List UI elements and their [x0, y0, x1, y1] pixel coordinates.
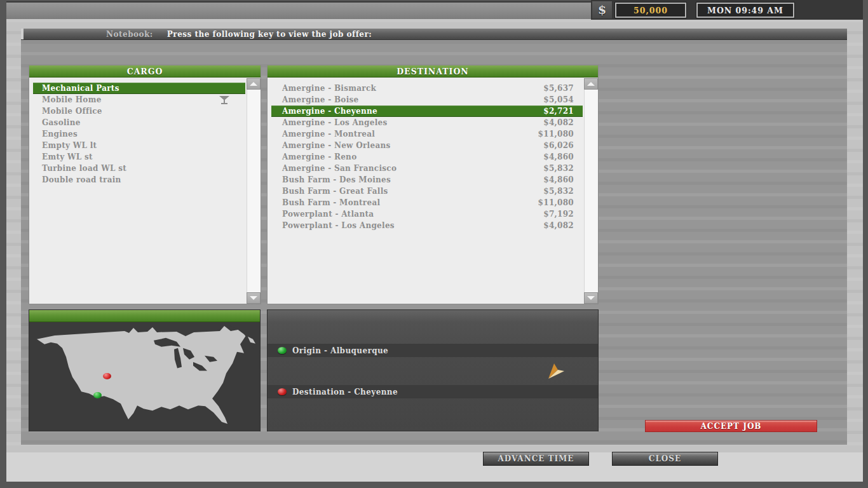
destination-row: Destination - Cheyenne [268, 385, 598, 398]
destination-item-price: $4,860 [543, 152, 583, 161]
usa-map-image [29, 323, 260, 431]
destination-item-label: Amergine - San Francisco [271, 164, 397, 173]
cargo-item-row[interactable]: Mobile Office [33, 105, 245, 117]
cargo-item-label: Turbine load WL st [33, 164, 126, 173]
top-status-bar [6, 1, 591, 19]
cargo-list: Mechanical PartsMobile HomeMobile Office… [29, 78, 247, 304]
notebook-label: Notebook: [106, 30, 153, 39]
cargo-item-row[interactable]: Mobile Home [33, 94, 245, 105]
destination-item-label: Powerplant - Atlanta [271, 210, 374, 219]
destination-item-price: $11,080 [538, 198, 583, 207]
cargo-item-row[interactable]: Empty WL lt [33, 140, 245, 151]
cargo-item-row[interactable]: Engines [33, 128, 245, 140]
cargo-item-label: Gasoline [33, 118, 81, 127]
scroll-down-icon[interactable] [247, 292, 261, 304]
cargo-panel: CARGO Mechanical PartsMobile HomeMobile … [29, 65, 261, 304]
origin-row: Origin - Albuquerque [268, 344, 598, 357]
destination-panel-title: DESTINATION [268, 65, 598, 78]
destination-item-price: $4,082 [543, 118, 583, 127]
cargo-scrollbar[interactable] [247, 78, 261, 304]
destination-item-label: Powerplant - Los Angeles [271, 221, 395, 230]
money-display: 50,000 [615, 3, 686, 18]
destination-list: Amergine - Bismarck$5,637Amergine - Bois… [268, 78, 584, 304]
money-value: 50,000 [616, 4, 685, 17]
notebook-message: Press the following key to view the job … [167, 30, 372, 39]
destination-item-row[interactable]: Amergine - Los Angeles$4,082 [271, 117, 583, 128]
destination-item-price: $11,080 [538, 130, 583, 139]
destination-item-row[interactable]: Amergine - Montreal$11,080 [271, 128, 583, 140]
destination-item-label: Amergine - Boise [271, 95, 359, 104]
cargo-item-row[interactable]: Double road train [33, 174, 245, 186]
job-offer-screen: $ 50,000 MON 09:49 AM Notebook: Press th… [0, 0, 868, 488]
cargo-item-label: Mobile Office [33, 107, 102, 116]
destination-item-label: Amergine - Montreal [271, 130, 375, 139]
destination-item-label: Amergine - Reno [271, 152, 356, 161]
cargo-item-label: Double road train [33, 175, 121, 184]
dollar-icon: $ [592, 1, 612, 18]
destination-item-price: $5,054 [543, 95, 583, 104]
map-origin-marker [93, 392, 102, 398]
bottom-bar [6, 452, 863, 482]
destination-item-price: $5,832 [543, 187, 583, 196]
dialog-area: Notebook: Press the following key to vie… [21, 29, 847, 445]
destination-item-label: Amergine - Bismarck [271, 84, 376, 93]
destination-item-row[interactable]: Amergine - Bismarck$5,637 [271, 83, 583, 94]
cargo-item-row[interactable]: Turbine load WL st [33, 163, 245, 174]
cargo-item-row[interactable]: Emty WL st [33, 151, 245, 163]
destination-item-label: Amergine - Los Angeles [271, 118, 388, 127]
destination-led-icon [278, 388, 287, 395]
destination-item-row[interactable]: Amergine - Reno$4,860 [271, 151, 583, 163]
map-panel-header [29, 310, 260, 322]
destination-item-price: $5,832 [543, 164, 583, 173]
advance-time-button[interactable]: ADVANCE TIME [483, 452, 589, 466]
destination-item-row[interactable]: Amergine - San Francisco$5,832 [271, 163, 583, 174]
cargo-item-row[interactable]: Gasoline [33, 117, 245, 128]
destination-item-price: $6,026 [543, 141, 583, 150]
scroll-down-icon[interactable] [584, 292, 598, 304]
destination-item-price: $2,721 [543, 107, 583, 116]
destination-item-row[interactable]: Powerplant - Los Angeles$4,082 [271, 220, 583, 231]
cargo-item-row[interactable]: Mechanical Parts [33, 83, 245, 94]
destination-item-label: Bush Farm - Great Falls [271, 187, 388, 196]
destination-item-label: Amergine - New Orleans [271, 141, 391, 150]
destination-scrollbar[interactable] [584, 78, 598, 304]
cargo-item-label: Emty WL st [33, 152, 93, 161]
mouse-cursor [547, 363, 564, 382]
destination-item-price: $4,082 [543, 221, 583, 230]
destination-item-price: $7,192 [543, 210, 583, 219]
screen-bottom-edge [0, 482, 868, 488]
cargo-item-label: Engines [33, 130, 78, 139]
destination-item-row[interactable]: Amergine - New Orleans$6,026 [271, 140, 583, 151]
datetime-display: MON 09:49 AM [696, 3, 794, 18]
close-button[interactable]: CLOSE [612, 452, 718, 466]
destination-panel: DESTINATION Amergine - Bismarck$5,637Ame… [268, 65, 598, 304]
destination-item-price: $5,637 [543, 84, 583, 93]
cargo-item-label: Mobile Home [33, 95, 102, 104]
origin-label: Origin - Albuquerque [292, 346, 388, 355]
accept-job-button[interactable]: ACCEPT JOB [645, 420, 817, 432]
destination-label: Destination - Cheyenne [292, 388, 398, 396]
datetime-value: MON 09:49 AM [698, 4, 793, 17]
destination-item-row[interactable]: Amergine - Cheyenne$2,721 [271, 105, 583, 117]
cargo-panel-title: CARGO [29, 65, 261, 78]
usa-map [29, 323, 260, 431]
destination-item-row[interactable]: Powerplant - Atlanta$7,192 [271, 208, 583, 220]
map-panel [29, 310, 260, 431]
origin-led-icon [278, 347, 287, 354]
destination-item-row[interactable]: Bush Farm - Great Falls$5,832 [271, 186, 583, 197]
scroll-up-icon[interactable] [584, 78, 598, 90]
cargo-item-label: Empty WL lt [33, 141, 97, 150]
map-destination-marker [103, 373, 111, 379]
destination-item-label: Bush Farm - Des Moines [271, 175, 391, 184]
destination-item-row[interactable]: Bush Farm - Montreal$11,080 [271, 197, 583, 208]
destination-item-row[interactable]: Amergine - Boise$5,054 [271, 94, 583, 105]
destination-item-row[interactable]: Bush Farm - Des Moines$4,860 [271, 174, 583, 186]
destination-item-label: Bush Farm - Montreal [271, 198, 380, 207]
scroll-up-icon[interactable] [247, 78, 261, 90]
destination-item-label: Amergine - Cheyenne [271, 107, 377, 116]
destination-item-price: $4,860 [543, 175, 583, 184]
notebook-bar: Notebook: Press the following key to vie… [21, 29, 847, 40]
cargo-item-label: Mechanical Parts [33, 84, 119, 93]
